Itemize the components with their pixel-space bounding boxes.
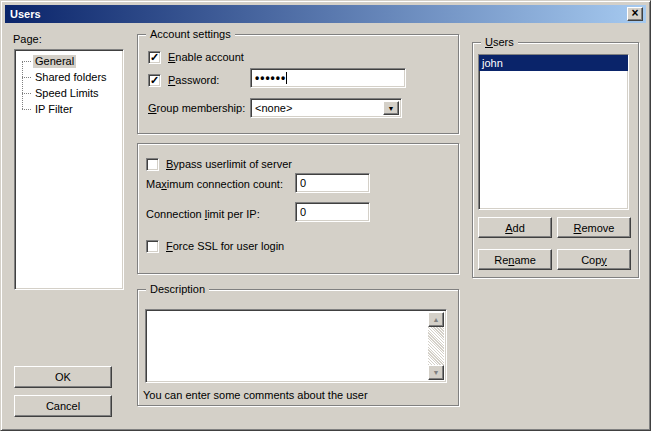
chevron-down-icon: ▼	[433, 369, 440, 376]
add-button[interactable]: Add	[478, 217, 552, 238]
enable-account-checkbox[interactable]: ✓	[148, 51, 161, 64]
close-button[interactable]: ×	[627, 7, 643, 21]
group-membership-label: Group membership:	[148, 102, 245, 115]
tree-connector	[22, 77, 31, 78]
titlebar[interactable]: Users ×	[5, 5, 646, 23]
scroll-up-button[interactable]: ▲	[428, 312, 444, 327]
tree-connector	[22, 109, 31, 110]
max-connection-label: Maximum connection count:	[146, 178, 283, 191]
scroll-down-button[interactable]: ▼	[428, 365, 444, 380]
max-connection-input[interactable]	[295, 173, 370, 193]
chevron-up-icon: ▲	[433, 316, 440, 323]
bypass-userlimit-checkbox[interactable]	[146, 158, 159, 171]
check-icon: ✓	[150, 52, 159, 63]
rename-button[interactable]: Rename	[478, 249, 552, 270]
group-membership-select[interactable]: <none> ▼	[250, 98, 402, 118]
account-settings-title: Account settings	[146, 28, 235, 41]
tree-connector	[22, 61, 31, 62]
tree-item-ip-filter[interactable]: IP Filter	[15, 101, 123, 117]
users-dialog: Users × Page: General Shared folders Spe…	[0, 0, 651, 431]
users-listbox[interactable]: john	[478, 54, 629, 210]
window-title: Users	[5, 8, 41, 20]
password-checkbox[interactable]: ✓	[148, 74, 161, 87]
enable-account-label: Enable account	[168, 51, 244, 64]
tree-item-general[interactable]: General	[15, 53, 123, 69]
password-input[interactable]: ••••••	[250, 68, 406, 88]
account-settings-group: Account settings ✓ Enable account ✓ Pass…	[137, 34, 459, 134]
password-row: ✓ Password:	[148, 74, 219, 87]
force-ssl-label: Force SSL for user login	[166, 240, 284, 253]
limits-group: Bypass userlimit of server Maximum conne…	[137, 143, 459, 274]
users-group-title: Users	[481, 36, 518, 49]
add-button-label: Add	[505, 222, 525, 234]
password-label: Password:	[168, 74, 219, 87]
description-title: Description	[146, 283, 209, 296]
copy-button[interactable]: Copy	[557, 249, 631, 270]
page-label: Page:	[13, 33, 42, 46]
tree-item-speed-limits[interactable]: Speed Limits	[15, 85, 123, 101]
description-scrollbar[interactable]: ▲ ▼	[428, 312, 444, 380]
description-group: Description ▲ ▼ You can enter some comme…	[137, 289, 459, 406]
cancel-button[interactable]: Cancel	[14, 395, 112, 417]
description-hint: You can enter some comments about the us…	[143, 389, 368, 402]
close-icon: ×	[631, 7, 638, 19]
tree-connector	[22, 93, 31, 94]
enable-account-row: ✓ Enable account	[148, 51, 244, 64]
text-caret	[286, 72, 287, 84]
connection-per-ip-label: Connection limit per IP:	[146, 208, 260, 221]
tree-item-shared-folders[interactable]: Shared folders	[15, 69, 123, 85]
check-icon: ✓	[150, 75, 159, 86]
chevron-down-icon: ▼	[388, 105, 395, 112]
remove-button-label: Remove	[574, 222, 615, 234]
group-membership-value: <none>	[255, 102, 292, 114]
copy-button-label: Copy	[581, 254, 607, 266]
rename-button-label: Rename	[494, 254, 536, 266]
dropdown-button[interactable]: ▼	[383, 101, 399, 115]
page-tree[interactable]: General Shared folders Speed Limits IP F…	[14, 49, 124, 290]
ok-button[interactable]: OK	[14, 366, 112, 388]
connection-per-ip-input[interactable]	[295, 202, 370, 222]
password-value: ••••••	[255, 72, 286, 84]
force-ssl-checkbox[interactable]	[146, 240, 159, 253]
force-ssl-row: Force SSL for user login	[146, 240, 284, 253]
users-group: Users john Add Remove Rename Copy	[472, 42, 639, 278]
user-list-item[interactable]: john	[479, 55, 628, 71]
bypass-userlimit-row: Bypass userlimit of server	[146, 158, 292, 171]
tree-lines	[22, 61, 23, 109]
bypass-userlimit-label: Bypass userlimit of server	[166, 158, 292, 171]
description-textarea[interactable]: ▲ ▼	[145, 309, 447, 383]
remove-button[interactable]: Remove	[557, 217, 631, 238]
